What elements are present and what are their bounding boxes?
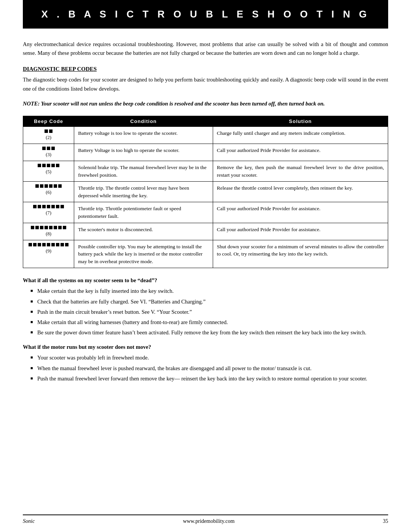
- beep-num: (8): [27, 230, 70, 237]
- beep-num: (7): [27, 209, 70, 216]
- dot-icon: [47, 243, 50, 246]
- beep-code-cell: (2): [23, 126, 74, 144]
- list-item: Make certain that the key is fully inser…: [30, 287, 388, 296]
- motor-section-list: Your scooter was probably left in freewh…: [23, 353, 388, 383]
- beep-num: (6): [27, 189, 70, 196]
- dot-icon: [49, 226, 53, 229]
- dot-icon: [42, 147, 46, 150]
- header-banner: X . B A S I C T R O U B L E S H O O T I …: [23, 0, 388, 29]
- header-title: X . B A S I C T R O U B L E S H O O T I …: [41, 8, 370, 20]
- dot-icon: [58, 226, 62, 229]
- beep-dots: [27, 184, 70, 188]
- beep-code-cell: (7): [23, 202, 74, 223]
- page: X . B A S I C T R O U B L E S H O O T I …: [0, 0, 411, 532]
- dot-icon: [38, 243, 41, 246]
- beep-code-cell: (6): [23, 182, 74, 202]
- table-header-beepcode: Beep Code: [23, 116, 74, 126]
- list-item: Check that the batteries are fully charg…: [30, 297, 388, 306]
- dot-icon: [56, 205, 59, 208]
- diagnostic-heading: DIAGNOSTIC BEEP CODES: [23, 66, 388, 72]
- condition-cell: Battery voltage is too low to operate th…: [74, 126, 213, 144]
- list-item: Push in the main circuit breaker’s reset…: [30, 308, 388, 316]
- diagnostic-text: The diagnostic beep codes for your scoot…: [23, 75, 388, 93]
- dot-icon: [47, 164, 50, 167]
- table-header-solution: Solution: [213, 116, 388, 126]
- dot-icon: [38, 205, 41, 208]
- beep-dots: [27, 226, 70, 229]
- solution-cell: Call your authorized Pride Provider for …: [213, 223, 388, 240]
- dot-icon: [58, 184, 62, 188]
- solution-cell: Call your authorized Pride Provider for …: [213, 202, 388, 223]
- beep-num: (2): [27, 134, 70, 141]
- list-item: Make certain that all wiring harnesses (…: [30, 318, 388, 327]
- dot-icon: [29, 243, 32, 246]
- dot-icon: [56, 164, 59, 167]
- beep-num: (5): [27, 168, 70, 175]
- dot-icon: [42, 164, 46, 167]
- table-row: (9)Possible controller trip. You may be …: [23, 240, 388, 268]
- beep-dots: [27, 164, 70, 167]
- condition-cell: Possible controller trip. You may be att…: [74, 240, 213, 268]
- list-item: Be sure the power down timer feature has…: [30, 328, 388, 337]
- dot-icon: [54, 184, 57, 188]
- condition-cell: Battery Voltage is too high to operate t…: [74, 144, 213, 161]
- beep-dots: [27, 243, 70, 246]
- table-row: (6)Throttle trip. The throttle control l…: [23, 182, 388, 202]
- motor-section-heading: What if the motor runs but my scooter do…: [23, 344, 388, 350]
- list-item: Push the manual freewheel lever forward …: [30, 374, 388, 383]
- dot-icon: [54, 226, 57, 229]
- beep-dots: [27, 205, 70, 208]
- dead-section-list: Make certain that the key is fully inser…: [23, 287, 388, 337]
- dot-icon: [63, 226, 66, 229]
- condition-cell: Throttle trip. Throttle potentiometer fa…: [74, 202, 213, 223]
- dot-icon: [61, 205, 64, 208]
- footer-left: Sonic: [23, 518, 35, 524]
- dot-icon: [42, 243, 46, 246]
- solution-cell: Shut down your scooter for a minimum of …: [213, 240, 388, 268]
- condition-cell: The scooter's motor is disconnected.: [74, 223, 213, 240]
- dot-icon: [51, 164, 55, 167]
- dot-icon: [51, 243, 55, 246]
- dot-icon: [56, 243, 59, 246]
- table-header-condition: Condition: [74, 116, 213, 126]
- dot-icon: [31, 226, 34, 229]
- dot-icon: [45, 226, 48, 229]
- condition-cell: Solenoid brake trip. The manual freewhee…: [74, 161, 213, 182]
- dot-icon: [40, 226, 43, 229]
- dot-icon: [47, 205, 50, 208]
- solution-cell: Release the throttle control lever compl…: [213, 182, 388, 202]
- beep-code-cell: (3): [23, 144, 74, 161]
- dot-icon: [51, 147, 55, 150]
- table-row: (2)Battery voltage is too low to operate…: [23, 126, 388, 144]
- beep-code-cell: (5): [23, 161, 74, 182]
- dot-icon: [65, 243, 68, 246]
- footer-center: www.pridemobility.com: [183, 518, 235, 524]
- beep-code-table: Beep Code Condition Solution (2)Battery …: [23, 116, 388, 268]
- diagnostic-note: NOTE: Your scooter will not run unless t…: [23, 99, 388, 108]
- condition-cell: Throttle trip. The throttle control leve…: [74, 182, 213, 202]
- dot-icon: [42, 205, 46, 208]
- dot-icon: [38, 164, 41, 167]
- dot-icon: [45, 184, 48, 188]
- dead-section-heading: What if all the systems on my scooter se…: [23, 277, 388, 284]
- dot-icon: [61, 243, 64, 246]
- solution-cell: Call your authorized Pride Provider for …: [213, 144, 388, 161]
- table-row: (7)Throttle trip. Throttle potentiometer…: [23, 202, 388, 223]
- intro-paragraph: Any electromechanical device requires oc…: [23, 40, 388, 58]
- dot-icon: [51, 205, 55, 208]
- beep-dots: [27, 129, 70, 133]
- solution-cell: Charge fully until charger and any meter…: [213, 126, 388, 144]
- dot-icon: [35, 184, 39, 188]
- dot-icon: [35, 226, 39, 229]
- beep-num: (3): [27, 151, 70, 158]
- list-item: When the manual freewheel lever is pushe…: [30, 364, 388, 373]
- dot-icon: [45, 129, 48, 133]
- table-row: (8)The scooter's motor is disconnected.C…: [23, 223, 388, 240]
- dot-icon: [47, 147, 50, 150]
- dot-icon: [49, 184, 53, 188]
- beep-code-cell: (9): [23, 240, 74, 268]
- footer: Sonic www.pridemobility.com 35: [23, 514, 388, 524]
- beep-num: (9): [27, 248, 70, 254]
- table-row: (5)Solenoid brake trip. The manual freew…: [23, 161, 388, 182]
- dot-icon: [40, 184, 43, 188]
